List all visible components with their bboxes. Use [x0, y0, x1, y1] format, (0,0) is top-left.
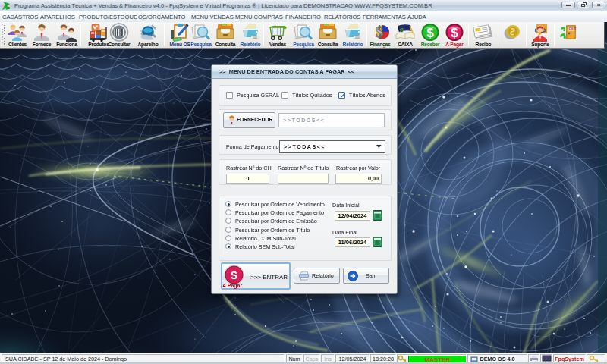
svg-text:$: $: [451, 26, 458, 40]
svg-text:$: $: [401, 28, 403, 33]
svg-text:$: $: [376, 24, 383, 40]
svg-text:$: $: [231, 268, 237, 281]
svg-text:$: $: [426, 26, 434, 40]
svg-text:EXIT: EXIT: [569, 27, 577, 31]
